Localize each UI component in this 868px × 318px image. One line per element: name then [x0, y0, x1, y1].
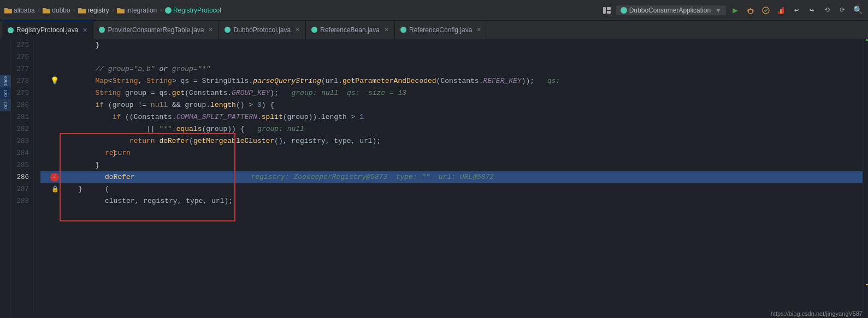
breadcrumb-label: RegistryProtocol [173, 7, 221, 14]
tab-label: ReferenceBean.java [320, 26, 380, 34]
app-dot-icon [621, 7, 627, 14]
breadcrumb-item-alibaba[interactable]: alibaba [4, 7, 35, 14]
line-numbers: 275 276 277 278 279 280 281 282 283 284 … [11, 39, 34, 318]
code-line-286: ✓ return doRefer ( cluster, registry, ty… [40, 171, 863, 183]
split-icon[interactable] [601, 4, 613, 16]
tab-registry-protocol[interactable]: RegistryProtocol.java ✕ [2, 21, 93, 39]
folder-icon [117, 7, 125, 14]
code-line-275: } [40, 39, 863, 51]
svg-rect-2 [607, 11, 611, 14]
run-config-selector[interactable]: DubboConsumerApplication ▼ [616, 5, 726, 15]
breadcrumb-item-dubbo[interactable]: dubbo [43, 7, 70, 14]
back-button[interactable]: ↩ [790, 4, 802, 16]
code-line-281: if (( Constants . COMMA_SPLIT_PATTERN . … [40, 111, 863, 123]
tab-dot-icon [311, 27, 317, 33]
debug-button[interactable] [745, 4, 757, 16]
class-dot-icon [165, 7, 172, 14]
forward-button[interactable]: ↪ [806, 4, 818, 16]
folder-icon [4, 7, 12, 14]
editor-main: pace oot oot 275 276 277 278 279 280 281… [0, 39, 868, 318]
scroll-marker-bottom [866, 284, 868, 285]
lock-icon: 🔒 [51, 183, 59, 195]
bulb-icon: 💡 [50, 75, 59, 87]
tab-dot-icon [99, 27, 105, 33]
code-line-287: 🔒 } [40, 183, 863, 195]
code-line-278: 💡 Map < String , String > qs = StringUti… [40, 75, 863, 87]
line-num-277: 277 [11, 63, 29, 75]
breakpoint-check: ✓ [53, 171, 56, 183]
profile-button[interactable] [775, 4, 787, 16]
code-line-282: || "*" . equals (group)) { group: null [40, 123, 863, 135]
search-button[interactable]: 🔍 [852, 4, 864, 16]
tab-dot-icon [400, 27, 406, 33]
debug-icon [747, 6, 755, 14]
tab-provider-consumer[interactable]: ProviderConsumerRegTable.java ✕ [93, 21, 219, 39]
tab-close-icon[interactable]: ✕ [82, 27, 87, 34]
status-bar: https://blog.csdn.net/jingyangV587 [765, 309, 868, 318]
gutter-287: 🔒 [40, 183, 61, 195]
line-num-279: 279 [11, 87, 29, 99]
run-icon: ▶ [733, 5, 738, 16]
tab-label: DubboProtocol.java [233, 26, 291, 34]
breadcrumb-label: registry [87, 7, 109, 14]
sidebar-pace-label: pace [3, 76, 8, 87]
line-num-288: 288 [11, 195, 29, 207]
breakpoint-icon: ✓ [50, 173, 59, 182]
code-area: 275 276 277 278 279 280 281 282 283 284 … [11, 39, 868, 318]
line-num-283: 283 [11, 135, 29, 147]
code-content[interactable]: } // group="a,b" or group="*" 💡 Map < [34, 39, 863, 318]
status-url: https://blog.csdn.net/jingyangV587 [771, 310, 863, 317]
scroll-marker-top [866, 39, 868, 41]
breadcrumb-item-class[interactable]: RegistryProtocol [165, 7, 221, 14]
right-gutter [863, 39, 868, 318]
svg-point-3 [748, 9, 753, 14]
line-num-287: 287 [11, 183, 29, 195]
code-line-288 [40, 195, 863, 207]
tab-dubbo-protocol[interactable]: DubboProtocol.java ✕ [219, 21, 306, 39]
breadcrumb-label: alibaba [14, 7, 35, 14]
toolbar: alibaba › dubbo › registry › integration… [0, 0, 868, 21]
svg-rect-9 [778, 11, 780, 14]
gutter-286: ✓ [40, 173, 61, 182]
breadcrumb-item-integration[interactable]: integration [117, 7, 157, 14]
svg-rect-10 [780, 9, 782, 14]
tabs-bar: RegistryProtocol.java ✕ ProviderConsumer… [0, 21, 868, 39]
toolbar-right: DubboConsumerApplication ▼ ▶ ↩ ↪ ⟲ ⟳ 🔍 [601, 4, 864, 16]
code-line-279: String group = qs. get ( Constants . GRO… [40, 87, 863, 99]
tab-dot-icon [8, 27, 14, 33]
svg-rect-0 [603, 7, 606, 14]
breadcrumb-item-registry[interactable]: registry [78, 7, 109, 14]
run-button[interactable]: ▶ [729, 4, 741, 16]
line-num-276: 276 [11, 51, 29, 63]
tab-close-icon[interactable]: ✕ [208, 26, 213, 33]
line-num-286: 286 [11, 171, 29, 183]
tab-reference-bean[interactable]: ReferenceBean.java ✕ [306, 21, 395, 39]
tab-close-icon[interactable]: ✕ [384, 26, 389, 33]
breadcrumb: alibaba › dubbo › registry › integration… [4, 7, 598, 14]
breadcrumb-label: integration [126, 7, 157, 14]
line-num-275: 275 [11, 39, 29, 51]
gutter-278: 💡 [40, 75, 61, 87]
svg-rect-11 [782, 7, 784, 14]
tab-dot-icon [225, 27, 231, 33]
line-num-285: 285 [11, 159, 29, 171]
folder-icon [78, 7, 86, 14]
folder-icon [43, 7, 50, 14]
coverage-button[interactable] [760, 4, 772, 16]
undo-button[interactable]: ⟲ [821, 4, 833, 16]
sidebar-boot-label2: oot [3, 102, 8, 109]
tab-reference-config[interactable]: ReferenceConfig.java ✕ [395, 21, 487, 39]
tab-close-icon[interactable]: ✕ [295, 26, 300, 33]
sidebar-boot-label1: oot [3, 90, 8, 97]
tab-close-icon[interactable]: ✕ [476, 26, 481, 33]
tab-label: RegistryProtocol.java [16, 26, 78, 34]
redo-button[interactable]: ⟳ [836, 4, 848, 16]
line-num-282: 282 [11, 123, 29, 135]
line-num-281: 281 [11, 111, 29, 123]
code-line-280: if (group != null && group. length () > … [40, 99, 863, 111]
code-line-276 [40, 51, 863, 63]
tab-label: ReferenceConfig.java [409, 26, 472, 34]
profile-icon [777, 7, 785, 14]
breadcrumb-label: dubbo [52, 7, 70, 14]
svg-rect-1 [607, 7, 611, 10]
